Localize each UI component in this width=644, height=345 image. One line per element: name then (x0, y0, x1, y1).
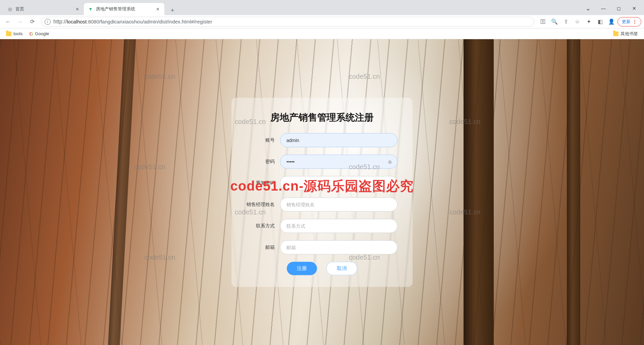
row-password: 密码 ◉ (247, 154, 397, 168)
browser-chrome: ◎ 首页 ✕ ▼ 房地产销售管理系统 ✕ + ⌄ — ◻ ✕ ← → ⟳ i h… (0, 0, 644, 39)
minimize-button[interactable]: — (596, 2, 611, 15)
tab-dropdown-button[interactable]: ⌄ (580, 2, 596, 15)
label-contact: 联系方式 (247, 223, 280, 229)
manager-name-input[interactable] (280, 197, 397, 211)
page-viewport: code51.cn code51.cn code51.cn code51.cn … (0, 39, 644, 345)
label-password: 密码 (247, 158, 280, 164)
row-manager: 销售经理姓名 (247, 197, 397, 211)
tab-home[interactable]: ◎ 首页 ✕ (3, 3, 84, 15)
bookmark-google[interactable]: G Google (29, 31, 49, 37)
globe-icon: ◎ (7, 6, 13, 12)
row-repeat-password: 重复密码 (247, 176, 397, 190)
bookmark-tools[interactable]: tools (6, 31, 22, 36)
folder-icon (613, 31, 619, 36)
zoom-icon[interactable]: 🔍 (549, 16, 560, 27)
cancel-button[interactable]: 取消 (326, 262, 357, 275)
google-icon: G (29, 31, 33, 37)
repeat-password-input[interactable] (280, 176, 397, 190)
register-card: 房地产销售管理系统注册 账号 密码 ◉ 重复密码 销售经理姓名 (231, 97, 413, 287)
menu-dots-icon: ⋮ (633, 19, 637, 24)
bookmark-other[interactable]: 其他书签 (613, 31, 638, 37)
register-button[interactable]: 注册 (287, 262, 317, 275)
new-tab-button[interactable]: + (168, 6, 177, 15)
close-icon[interactable]: ✕ (155, 6, 160, 12)
back-button[interactable]: ← (3, 16, 13, 27)
password-input[interactable] (280, 154, 397, 168)
site-info-icon[interactable]: i (45, 19, 51, 25)
tab-title: 房地产销售管理系统 (96, 6, 153, 12)
extensions-icon[interactable]: ✦ (583, 16, 594, 27)
update-button[interactable]: 更新⋮ (618, 17, 641, 26)
contact-input[interactable] (280, 219, 397, 233)
row-email: 邮箱 (247, 240, 397, 254)
label-repeat: 重复密码 (247, 180, 280, 186)
close-icon[interactable]: ✕ (74, 6, 80, 12)
bookmark-star-icon[interactable]: ☆ (572, 16, 583, 27)
label-email: 邮箱 (247, 244, 280, 250)
reload-button[interactable]: ⟳ (27, 16, 38, 27)
label-username: 账号 (247, 137, 280, 143)
username-input[interactable] (280, 133, 397, 147)
url-text: http://localhost:8080/fangdicanxiaoshou/… (53, 19, 212, 25)
address-bar[interactable]: i http://localhost:8080/fangdicanxiaosho… (41, 17, 534, 27)
folder-icon (6, 31, 11, 36)
forward-button[interactable]: → (15, 16, 25, 27)
profile-avatar-icon[interactable]: 👤 (606, 16, 617, 27)
password-key-icon[interactable]: ⚿ (538, 16, 548, 27)
row-username: 账号 (247, 133, 397, 147)
row-contact: 联系方式 (247, 219, 397, 233)
vue-icon: ▼ (88, 6, 93, 12)
label-manager: 销售经理姓名 (247, 201, 280, 207)
eye-icon[interactable]: ◉ (388, 158, 392, 164)
maximize-button[interactable]: ◻ (611, 2, 627, 15)
tab-title: 首页 (15, 6, 72, 12)
bookmarks-bar: tools G Google 其他书签 (0, 28, 644, 39)
page-title: 房地产销售管理系统注册 (247, 111, 397, 124)
sidepanel-icon[interactable]: ◧ (595, 16, 605, 27)
tab-app[interactable]: ▼ 房地产销售管理系统 ✕ (84, 3, 164, 15)
email-input[interactable] (280, 240, 397, 254)
window-controls: ⌄ — ◻ ✕ (580, 2, 644, 15)
toolbar: ← → ⟳ i http://localhost:8080/fangdicanx… (0, 15, 644, 28)
share-icon[interactable]: ⇪ (560, 16, 571, 27)
window-close-button[interactable]: ✕ (627, 2, 642, 15)
tabstrip: ◎ 首页 ✕ ▼ 房地产销售管理系统 ✕ + ⌄ — ◻ ✕ (0, 0, 644, 15)
